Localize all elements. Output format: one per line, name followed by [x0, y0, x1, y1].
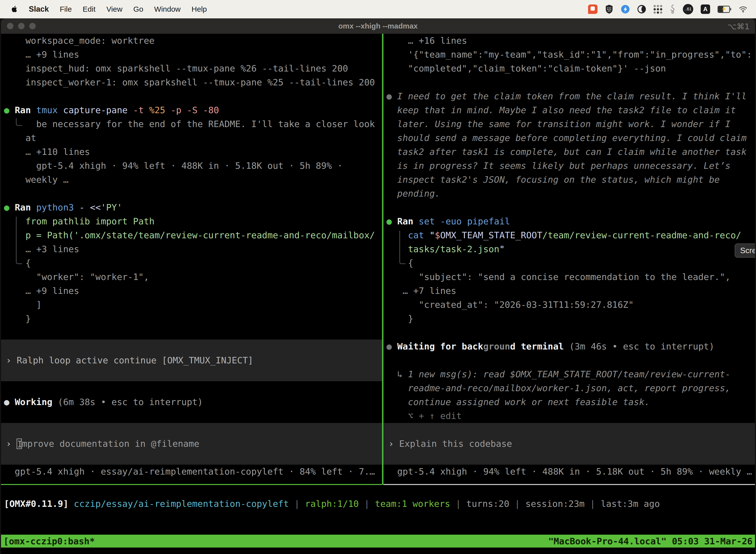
window-title: omx --xhigh --madmax [1, 22, 755, 30]
wifi-icon[interactable] [739, 6, 748, 13]
terminal-row: workspace_mode: worktree [4, 34, 382, 48]
chat-app-icon[interactable] [588, 4, 597, 14]
text-segment: Ran [15, 105, 31, 115]
text-segment: session:23m [525, 499, 584, 509]
battery-charging-icon[interactable]: ⚡ [717, 6, 731, 13]
terminal-row: ● Ran set -euo pipefail [386, 214, 755, 228]
count-badge[interactable]: ..61 [683, 4, 693, 14]
text-segment: continue assigned work or next feasible … [386, 397, 650, 407]
app-menu-slack[interactable]: Slack [29, 5, 49, 14]
minimize-button[interactable] [18, 23, 24, 29]
tmux-status-bar: [omx-cczip0:bash* "MacBook-Pro-44.local"… [1, 535, 755, 548]
text-segment: d terminal [510, 341, 564, 351]
text-segment: ● [4, 105, 9, 115]
text-segment: [OMX#0.11.9] [4, 499, 68, 509]
terminal-row: "completed","claim_token":"claim-token"}… [386, 62, 755, 75]
text-segment: Ran [397, 216, 413, 226]
text-segment [392, 216, 397, 226]
text-segment: %25 [144, 105, 166, 115]
apple-menu-icon[interactable] [11, 5, 18, 13]
terminal-row [4, 326, 382, 340]
dots-grid-icon[interactable] [653, 5, 663, 14]
menu-window[interactable]: Window [154, 5, 181, 13]
menu-left: Slack File Edit View Go Window Help [0, 5, 207, 14]
terminal-row: … +16 lines [386, 34, 755, 48]
prompt-suggestion[interactable]: › Ralph loop active continue [OMX_TMUX_I… [1, 340, 382, 381]
tmux-session-label: [omx-cczip0:bash* [3, 536, 95, 546]
terminal-row: keep that in mind. Maybe I also need the… [386, 103, 755, 117]
text-segment: › [6, 355, 17, 365]
text-segment: /team/review-current-readme-and-reco/ [543, 230, 741, 240]
window-controls [7, 23, 36, 29]
terminal-row: ⌥ + ↑ edit [386, 409, 755, 423]
text-segment: last:3m ago [601, 499, 660, 509]
text-segment: set -euo pipefail [413, 216, 510, 226]
terminal-row: gpt-5.4 xhigh · 94% left · 488K in · 5.1… [4, 159, 382, 173]
terminal-row: } [386, 312, 755, 326]
pane-left: workspace_mode: worktree … +9 lines insp… [1, 34, 382, 484]
text-segment: ⌥ + ↑ edit [386, 411, 461, 421]
terminal-row: weekly … [4, 173, 382, 187]
text-segment: gpt-5.4 xhigh · essay/ai-reimplementatio… [4, 466, 375, 477]
text-segment: pending. [386, 188, 440, 199]
text-segment: | [585, 499, 601, 509]
terminal-row [386, 326, 755, 340]
menu-view[interactable]: View [107, 5, 122, 13]
text-segment: inspect_hud: omx sparkshell --tmux-pane … [4, 63, 348, 73]
terminal-row [4, 187, 382, 201]
screen: Slack File Edit View Go Window Help ..61 [0, 0, 756, 554]
prompt-suggestion[interactable]: › Improve documentation in @filename [1, 423, 382, 465]
text-segment: ● [386, 341, 392, 351]
tool-output-bracket [16, 217, 22, 264]
text-segment: keep that in mind. Maybe I also need the… [386, 105, 736, 115]
blue-lightning-icon[interactable] [621, 5, 630, 14]
terminal-row: at [4, 131, 382, 145]
menu-edit[interactable]: Edit [82, 5, 96, 13]
terminal-row: "worker": "worker-1", [4, 270, 382, 284]
zoom-button[interactable] [29, 23, 36, 29]
terminal-row: gpt-5.4 xhigh · 94% left · 488K in · 5.1… [386, 465, 755, 479]
text-segment [9, 202, 15, 213]
text-segment: I need to get the claim token from the c… [392, 91, 747, 101]
hook-icon[interactable] [670, 4, 675, 14]
text-segment: Waiting for back [397, 341, 483, 351]
text-segment: " [424, 230, 435, 240]
menu-help[interactable]: Help [191, 5, 207, 13]
terminal-row: "created_at": "2026-03-31T11:59:27.816Z" [386, 298, 755, 312]
prompt-suggestion[interactable]: › Explain this codebase [383, 423, 755, 465]
text-segment: -p -S -80 [165, 105, 219, 115]
terminal-row: ] [4, 298, 382, 312]
close-button[interactable] [7, 23, 13, 29]
shield-grid-icon[interactable] [605, 4, 613, 14]
terminal-row: should send a message before completing … [386, 131, 755, 145]
text-segment: inspect task2's JSON, focusing on the st… [386, 174, 720, 185]
terminal-row [386, 75, 755, 89]
text-segment: | [359, 499, 375, 509]
text-segment: - << [74, 202, 101, 213]
menu-go[interactable]: Go [133, 5, 143, 13]
text-segment: } [386, 314, 413, 324]
terminal-row: … +3 lines [4, 242, 382, 256]
text-segment [9, 397, 15, 407]
moon-circle-icon[interactable] [637, 5, 646, 14]
window-shortcut-hint: ⌥⌘1 [728, 22, 750, 31]
text-segment: | [289, 499, 305, 509]
text-segment: ] [4, 299, 42, 310]
text-segment: ● [386, 91, 392, 101]
text-segment: later. Using the same for transition mig… [386, 119, 731, 129]
terminal-row: be necessary for the end of the README. … [4, 117, 382, 131]
terminal-row: … +7 lines [386, 284, 755, 298]
terminal-row: tasks/task-2.json" [386, 242, 755, 256]
text-segment: capture-pane [58, 105, 128, 115]
terminal-row: cat "$OMX_TEAM_STATE_ROOT/team/review-cu… [386, 228, 755, 242]
text-segment: is in progress? It seems likely but perh… [386, 161, 731, 171]
menu-file[interactable]: File [60, 5, 72, 13]
keyboard-layout-badge[interactable]: A [701, 4, 710, 14]
text-segment: ● [4, 202, 9, 213]
terminal-row: { [4, 256, 382, 270]
screen-capture-tooltip: Scre [735, 243, 755, 258]
terminal-row: … +9 lines [4, 48, 382, 62]
text-segment: Ran [15, 202, 31, 213]
text-segment: 'PY' [101, 202, 122, 213]
text-segment: ● [386, 216, 392, 226]
